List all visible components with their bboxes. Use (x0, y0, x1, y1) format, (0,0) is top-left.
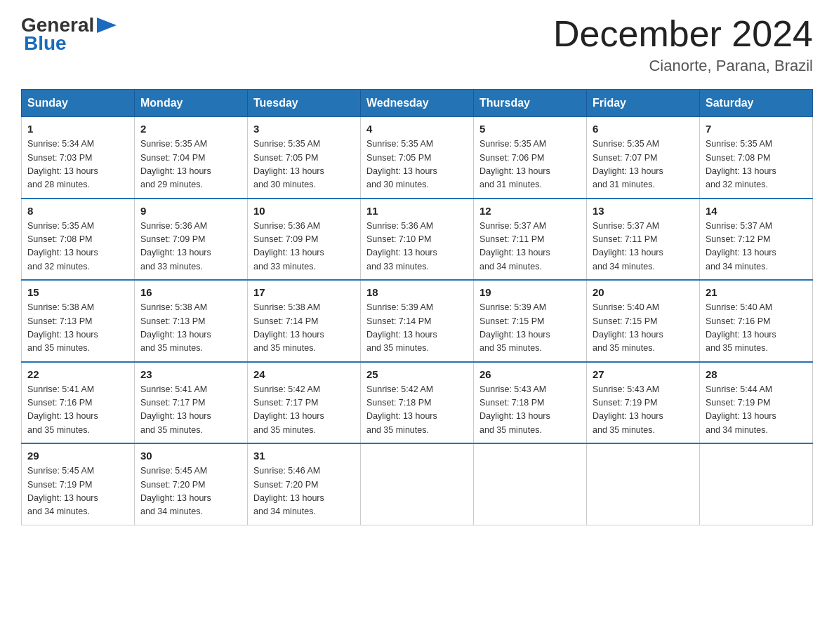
day-number: 29 (27, 450, 128, 462)
table-row: 20 Sunrise: 5:40 AM Sunset: 7:15 PM Dayl… (587, 280, 700, 362)
day-number: 9 (140, 205, 241, 217)
table-row: 31 Sunrise: 5:46 AM Sunset: 7:20 PM Dayl… (248, 443, 361, 525)
logo: General Blue (21, 14, 119, 55)
day-number: 3 (253, 123, 355, 135)
table-row: 16 Sunrise: 5:38 AM Sunset: 7:13 PM Dayl… (135, 280, 248, 362)
table-row: 14 Sunrise: 5:37 AM Sunset: 7:12 PM Dayl… (700, 199, 813, 281)
day-info: Sunrise: 5:42 AM Sunset: 7:18 PM Dayligh… (366, 383, 468, 438)
day-number: 24 (253, 368, 355, 380)
col-thursday: Thursday (474, 90, 587, 117)
table-row: 9 Sunrise: 5:36 AM Sunset: 7:09 PM Dayli… (135, 199, 248, 281)
day-info: Sunrise: 5:36 AM Sunset: 7:10 PM Dayligh… (366, 220, 468, 274)
calendar-week-row: 8 Sunrise: 5:35 AM Sunset: 7:08 PM Dayli… (22, 199, 813, 281)
day-info: Sunrise: 5:35 AM Sunset: 7:04 PM Dayligh… (140, 137, 241, 192)
day-info: Sunrise: 5:37 AM Sunset: 7:11 PM Dayligh… (479, 220, 581, 274)
table-row: 13 Sunrise: 5:37 AM Sunset: 7:11 PM Dayl… (587, 199, 700, 281)
table-row (474, 443, 587, 525)
day-number: 30 (140, 450, 241, 462)
day-info: Sunrise: 5:43 AM Sunset: 7:18 PM Dayligh… (479, 383, 581, 438)
table-row: 1 Sunrise: 5:34 AM Sunset: 7:03 PM Dayli… (22, 117, 135, 199)
calendar-week-row: 15 Sunrise: 5:38 AM Sunset: 7:13 PM Dayl… (22, 280, 813, 362)
day-info: Sunrise: 5:35 AM Sunset: 7:05 PM Dayligh… (253, 137, 355, 192)
table-row: 2 Sunrise: 5:35 AM Sunset: 7:04 PM Dayli… (135, 117, 248, 199)
table-row: 5 Sunrise: 5:35 AM Sunset: 7:06 PM Dayli… (474, 117, 587, 199)
day-number: 12 (479, 205, 581, 217)
day-info: Sunrise: 5:45 AM Sunset: 7:20 PM Dayligh… (140, 464, 241, 519)
table-row: 8 Sunrise: 5:35 AM Sunset: 7:08 PM Dayli… (22, 199, 135, 281)
day-info: Sunrise: 5:37 AM Sunset: 7:12 PM Dayligh… (706, 220, 807, 274)
day-info: Sunrise: 5:37 AM Sunset: 7:11 PM Dayligh… (593, 220, 694, 274)
table-row: 15 Sunrise: 5:38 AM Sunset: 7:13 PM Dayl… (22, 280, 135, 362)
day-number: 23 (140, 368, 241, 380)
page-header: General Blue December 2024 Cianorte, Par… (21, 14, 813, 75)
day-info: Sunrise: 5:38 AM Sunset: 7:14 PM Dayligh… (253, 301, 355, 356)
day-number: 28 (706, 368, 807, 380)
table-row: 7 Sunrise: 5:35 AM Sunset: 7:08 PM Dayli… (700, 117, 813, 199)
table-row: 27 Sunrise: 5:43 AM Sunset: 7:19 PM Dayl… (587, 362, 700, 444)
day-number: 31 (253, 450, 355, 462)
day-number: 4 (366, 123, 468, 135)
day-number: 5 (479, 123, 581, 135)
day-info: Sunrise: 5:41 AM Sunset: 7:16 PM Dayligh… (27, 383, 128, 438)
col-friday: Friday (587, 90, 700, 117)
table-row: 3 Sunrise: 5:35 AM Sunset: 7:05 PM Dayli… (248, 117, 361, 199)
day-number: 1 (27, 123, 128, 135)
day-number: 25 (366, 368, 468, 380)
day-info: Sunrise: 5:41 AM Sunset: 7:17 PM Dayligh… (140, 383, 241, 438)
calendar-header-row: Sunday Monday Tuesday Wednesday Thursday… (22, 90, 813, 117)
table-row: 10 Sunrise: 5:36 AM Sunset: 7:09 PM Dayl… (248, 199, 361, 281)
day-info: Sunrise: 5:35 AM Sunset: 7:08 PM Dayligh… (27, 220, 128, 274)
title-section: December 2024 Cianorte, Parana, Brazil (553, 14, 813, 75)
day-number: 14 (706, 205, 807, 217)
day-number: 27 (593, 368, 694, 380)
day-info: Sunrise: 5:35 AM Sunset: 7:05 PM Dayligh… (366, 137, 468, 192)
table-row: 17 Sunrise: 5:38 AM Sunset: 7:14 PM Dayl… (248, 280, 361, 362)
day-number: 19 (479, 286, 581, 298)
table-row: 24 Sunrise: 5:42 AM Sunset: 7:17 PM Dayl… (248, 362, 361, 444)
day-info: Sunrise: 5:36 AM Sunset: 7:09 PM Dayligh… (253, 220, 355, 274)
day-number: 17 (253, 286, 355, 298)
table-row: 12 Sunrise: 5:37 AM Sunset: 7:11 PM Dayl… (474, 199, 587, 281)
day-number: 7 (706, 123, 807, 135)
day-info: Sunrise: 5:35 AM Sunset: 7:08 PM Dayligh… (706, 137, 807, 192)
day-number: 26 (479, 368, 581, 380)
day-info: Sunrise: 5:34 AM Sunset: 7:03 PM Dayligh… (27, 137, 128, 192)
day-info: Sunrise: 5:38 AM Sunset: 7:13 PM Dayligh… (140, 301, 241, 356)
day-info: Sunrise: 5:38 AM Sunset: 7:13 PM Dayligh… (27, 301, 128, 356)
day-info: Sunrise: 5:45 AM Sunset: 7:19 PM Dayligh… (27, 464, 128, 519)
col-monday: Monday (135, 90, 248, 117)
table-row: 23 Sunrise: 5:41 AM Sunset: 7:17 PM Dayl… (135, 362, 248, 444)
col-sunday: Sunday (22, 90, 135, 117)
calendar-week-row: 1 Sunrise: 5:34 AM Sunset: 7:03 PM Dayli… (22, 117, 813, 199)
day-number: 15 (27, 286, 128, 298)
day-info: Sunrise: 5:43 AM Sunset: 7:19 PM Dayligh… (593, 383, 694, 438)
table-row: 4 Sunrise: 5:35 AM Sunset: 7:05 PM Dayli… (361, 117, 474, 199)
day-info: Sunrise: 5:35 AM Sunset: 7:06 PM Dayligh… (479, 137, 581, 192)
day-number: 18 (366, 286, 468, 298)
month-title: December 2024 (553, 14, 813, 54)
table-row: 21 Sunrise: 5:40 AM Sunset: 7:16 PM Dayl… (700, 280, 813, 362)
location: Cianorte, Parana, Brazil (553, 57, 813, 75)
col-saturday: Saturday (700, 90, 813, 117)
table-row: 11 Sunrise: 5:36 AM Sunset: 7:10 PM Dayl… (361, 199, 474, 281)
day-info: Sunrise: 5:40 AM Sunset: 7:15 PM Dayligh… (593, 301, 694, 356)
day-number: 11 (366, 205, 468, 217)
day-number: 22 (27, 368, 128, 380)
calendar-week-row: 29 Sunrise: 5:45 AM Sunset: 7:19 PM Dayl… (22, 443, 813, 525)
day-number: 2 (140, 123, 241, 135)
day-info: Sunrise: 5:39 AM Sunset: 7:15 PM Dayligh… (479, 301, 581, 356)
day-number: 6 (593, 123, 694, 135)
table-row (361, 443, 474, 525)
day-info: Sunrise: 5:42 AM Sunset: 7:17 PM Dayligh… (253, 383, 355, 438)
calendar-table: Sunday Monday Tuesday Wednesday Thursday… (21, 89, 813, 525)
col-tuesday: Tuesday (248, 90, 361, 117)
day-number: 8 (27, 205, 128, 217)
day-number: 21 (706, 286, 807, 298)
calendar-week-row: 22 Sunrise: 5:41 AM Sunset: 7:16 PM Dayl… (22, 362, 813, 444)
day-info: Sunrise: 5:46 AM Sunset: 7:20 PM Dayligh… (253, 464, 355, 519)
day-info: Sunrise: 5:44 AM Sunset: 7:19 PM Dayligh… (706, 383, 807, 438)
table-row: 28 Sunrise: 5:44 AM Sunset: 7:19 PM Dayl… (700, 362, 813, 444)
table-row (700, 443, 813, 525)
table-row: 19 Sunrise: 5:39 AM Sunset: 7:15 PM Dayl… (474, 280, 587, 362)
day-info: Sunrise: 5:39 AM Sunset: 7:14 PM Dayligh… (366, 301, 468, 356)
